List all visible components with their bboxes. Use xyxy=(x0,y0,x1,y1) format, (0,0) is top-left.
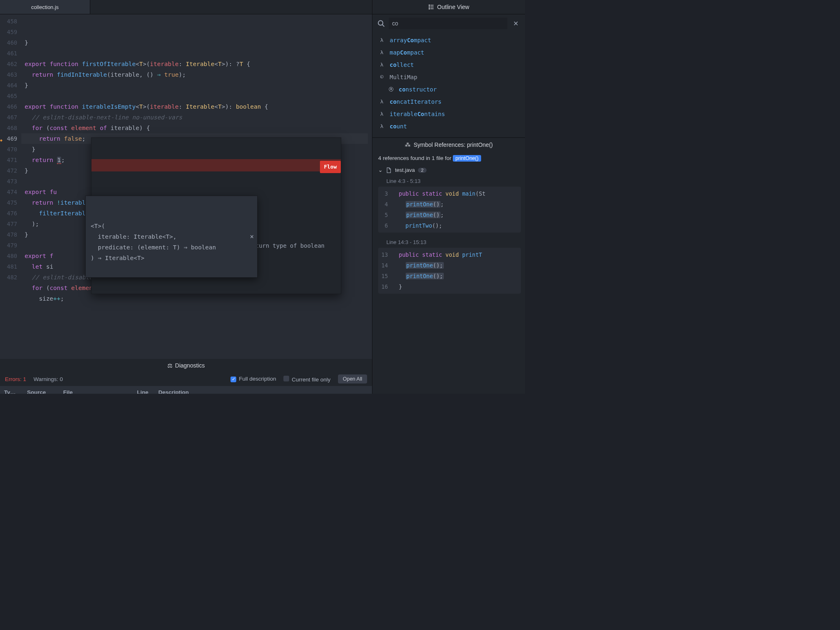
outline-item[interactable]: λ mapCompact xyxy=(376,46,522,59)
svg-point-0 xyxy=(429,5,430,6)
diagnostics-table: Ty… Source File Line Description Er… Flo… xyxy=(0,386,372,394)
close-icon[interactable]: × xyxy=(250,231,254,242)
symbol-icon: λ xyxy=(378,46,386,59)
symbol-icon: λ xyxy=(378,96,386,108)
tab-collection-js[interactable]: collection.js xyxy=(0,0,90,14)
current-file-toggle[interactable]: Current file only xyxy=(283,376,331,383)
refs-code-block[interactable]: 13 public static void printT14 printOne(… xyxy=(378,248,521,294)
refs-file-row[interactable]: ⌄ test.java 2 xyxy=(372,164,525,176)
symbol-icon: λ xyxy=(378,59,386,71)
outline-item[interactable]: λ arrayCompact xyxy=(376,34,522,46)
refs-location[interactable]: Line 14:3 - 15:13 xyxy=(372,237,525,247)
outline-search-input[interactable] xyxy=(389,18,507,29)
flow-tag: Flow xyxy=(320,161,341,173)
outline-item[interactable]: λ collect xyxy=(376,59,522,71)
symbol-icon: © xyxy=(378,71,386,83)
refs-symbol: printOne() xyxy=(453,155,481,162)
outline-item[interactable]: ⦿ constructor xyxy=(376,83,522,96)
search-icon xyxy=(377,20,385,27)
refs-code-block[interactable]: 3 public static void main(St4 printOne()… xyxy=(378,187,521,233)
outline-title: Outline View xyxy=(437,4,469,10)
diagnostics-title: Diagnostics xyxy=(175,362,205,369)
full-description-toggle[interactable]: ✓Full description xyxy=(231,376,276,382)
code-editor[interactable]: 4584594604614624634644654664674684694704… xyxy=(0,14,372,359)
clear-icon[interactable]: ✕ xyxy=(511,20,520,27)
outline-item[interactable]: λ iterableContains xyxy=(376,108,522,120)
symbol-icon: λ xyxy=(378,34,386,46)
symbol-icon: λ xyxy=(378,120,386,132)
gutter: 4584594604614624634644654664674684694704… xyxy=(0,14,21,359)
outline-list: λ arrayCompact λ mapCompact λ collect © … xyxy=(372,32,525,134)
wand-icon: ⁂ xyxy=(405,142,411,148)
symbol-icon: λ xyxy=(378,108,386,120)
svg-point-6 xyxy=(378,21,383,25)
warning-count[interactable]: Warnings: 0 xyxy=(34,376,63,382)
outline-item[interactable]: λ count xyxy=(376,120,522,132)
svg-point-2 xyxy=(429,7,430,7)
open-all-button[interactable]: Open All xyxy=(338,374,367,383)
chevron-down-icon: ⌄ xyxy=(378,167,383,173)
code-area[interactable]: } export function firstOfIterable<T>(ite… xyxy=(21,14,372,359)
list-icon xyxy=(428,4,434,10)
symbol-icon: ⦿ xyxy=(387,83,395,96)
refs-title: Symbol References: printOne() xyxy=(414,142,493,148)
refs-file-count: 2 xyxy=(418,168,426,173)
tab-bar: collection.js xyxy=(0,0,372,14)
outline-item[interactable]: © MultiMap xyxy=(376,71,522,83)
diagnostics-panel: ⚖ Diagnostics Errors: 1 Warnings: 0 ✓Ful… xyxy=(0,359,372,394)
file-icon xyxy=(386,167,392,173)
refs-summary: 4 references found in 1 file for xyxy=(378,155,453,161)
svg-line-7 xyxy=(382,25,384,27)
refs-location[interactable]: Line 4:3 - 5:13 xyxy=(372,176,525,186)
outline-item[interactable]: λ concatIterators xyxy=(376,96,522,108)
svg-point-4 xyxy=(429,9,430,9)
balance-icon: ⚖ xyxy=(167,362,173,369)
error-count[interactable]: Errors: 1 xyxy=(5,376,26,382)
signature-popup: × <T>( iterable: Iterable<T>, predicate:… xyxy=(85,196,258,278)
